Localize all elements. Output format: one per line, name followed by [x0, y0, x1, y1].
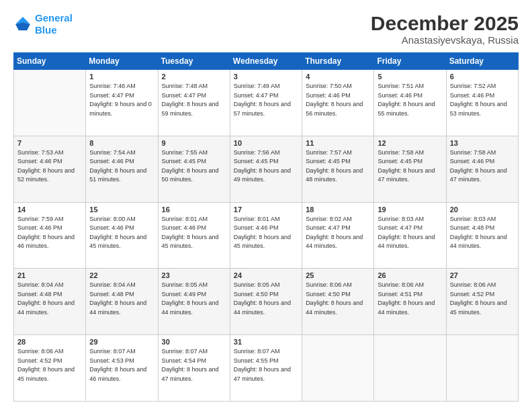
day-sunset: Sunset: 4:46 PM: [17, 224, 62, 231]
day-sunset: Sunset: 4:48 PM: [89, 291, 134, 298]
table-row: 11 Sunrise: 7:57 AM Sunset: 4:45 PM Dayl…: [302, 136, 374, 202]
table-row: 26 Sunrise: 8:06 AM Sunset: 4:51 PM Dayl…: [374, 269, 446, 335]
day-sunrise: Sunrise: 7:48 AM: [162, 83, 208, 89]
day-sunrise: Sunrise: 8:04 AM: [17, 281, 64, 288]
day-sunset: Sunset: 4:53 PM: [89, 357, 134, 364]
day-daylight: Daylight: 8 hours and 50 minutes.: [162, 167, 219, 183]
col-thursday: Thursday: [302, 53, 374, 70]
table-row: 19 Sunrise: 8:03 AM Sunset: 4:47 PM Dayl…: [374, 202, 446, 269]
day-sunset: Sunset: 4:46 PM: [450, 158, 495, 165]
day-number: 21: [17, 271, 82, 279]
day-sunset: Sunset: 4:46 PM: [162, 224, 207, 231]
logo-icon: [13, 15, 32, 34]
day-daylight: Daylight: 8 hours and 47 minutes.: [162, 366, 219, 382]
day-sunset: Sunset: 4:45 PM: [162, 158, 207, 165]
day-number: 12: [378, 139, 442, 147]
day-sunset: Sunset: 4:46 PM: [378, 92, 423, 99]
col-wednesday: Wednesday: [230, 53, 302, 70]
table-row: 30 Sunrise: 8:07 AM Sunset: 4:54 PM Dayl…: [158, 335, 230, 402]
day-number: 18: [306, 205, 370, 214]
table-row: 9 Sunrise: 7:55 AM Sunset: 4:45 PM Dayli…: [158, 136, 230, 202]
table-row: 12 Sunrise: 7:58 AM Sunset: 4:45 PM Dayl…: [374, 136, 446, 202]
day-daylight: Daylight: 8 hours and 55 minutes.: [378, 101, 435, 117]
day-sunrise: Sunrise: 7:54 AM: [89, 149, 136, 156]
col-tuesday: Tuesday: [158, 53, 230, 70]
day-sunset: Sunset: 4:46 PM: [17, 158, 62, 165]
header: General Blue December 2025 Anastasiyevsk…: [13, 12, 519, 46]
table-row: 8 Sunrise: 7:54 AM Sunset: 4:46 PM Dayli…: [86, 136, 158, 202]
table-row: 31 Sunrise: 8:07 AM Sunset: 4:55 PM Dayl…: [230, 335, 302, 402]
table-row: 4 Sunrise: 7:50 AM Sunset: 4:46 PM Dayli…: [302, 70, 374, 136]
day-sunset: Sunset: 4:50 PM: [306, 291, 351, 298]
day-number: 8: [89, 139, 154, 147]
day-number: 10: [234, 139, 298, 147]
day-number: 26: [378, 271, 442, 279]
day-sunset: Sunset: 4:46 PM: [234, 224, 279, 231]
day-daylight: Daylight: 8 hours and 44 minutes.: [162, 300, 219, 316]
day-number: 11: [306, 139, 370, 147]
day-sunrise: Sunrise: 8:03 AM: [378, 216, 424, 222]
day-number: 2: [162, 73, 226, 81]
day-daylight: Daylight: 8 hours and 45 minutes.: [234, 234, 291, 250]
day-daylight: Daylight: 8 hours and 51 minutes.: [89, 167, 146, 183]
day-number: 15: [89, 205, 154, 214]
day-daylight: Daylight: 8 hours and 47 minutes.: [378, 167, 435, 183]
table-row: 29 Sunrise: 8:07 AM Sunset: 4:53 PM Dayl…: [86, 335, 158, 402]
table-row: 5 Sunrise: 7:51 AM Sunset: 4:46 PM Dayli…: [374, 70, 446, 136]
day-sunset: Sunset: 4:45 PM: [234, 158, 279, 165]
day-number: 9: [162, 139, 226, 147]
day-sunset: Sunset: 4:49 PM: [162, 291, 207, 298]
day-number: 24: [234, 271, 298, 279]
day-sunrise: Sunrise: 7:51 AM: [378, 83, 424, 89]
table-row: 25 Sunrise: 8:06 AM Sunset: 4:50 PM Dayl…: [302, 269, 374, 335]
day-sunrise: Sunrise: 7:52 AM: [450, 83, 496, 89]
table-row: 27 Sunrise: 8:06 AM Sunset: 4:52 PM Dayl…: [446, 269, 518, 335]
day-sunrise: Sunrise: 8:00 AM: [89, 216, 136, 222]
col-saturday: Saturday: [446, 53, 518, 70]
col-sunday: Sunday: [14, 53, 86, 70]
day-sunset: Sunset: 4:48 PM: [17, 291, 62, 298]
day-daylight: Daylight: 8 hours and 44 minutes.: [378, 234, 435, 250]
day-sunrise: Sunrise: 8:06 AM: [17, 348, 64, 355]
day-number: 28: [17, 338, 82, 346]
day-number: 13: [450, 139, 515, 147]
day-number: 19: [378, 205, 442, 214]
day-sunset: Sunset: 4:47 PM: [89, 92, 134, 99]
table-row: 10 Sunrise: 7:56 AM Sunset: 4:45 PM Dayl…: [230, 136, 302, 202]
table-row: 18 Sunrise: 8:02 AM Sunset: 4:47 PM Dayl…: [302, 202, 374, 269]
day-daylight: Daylight: 8 hours and 59 minutes.: [162, 101, 219, 117]
day-daylight: Daylight: 8 hours and 44 minutes.: [89, 300, 146, 316]
table-row: 16 Sunrise: 8:01 AM Sunset: 4:46 PM Dayl…: [158, 202, 230, 269]
day-number: 4: [306, 73, 370, 81]
day-sunrise: Sunrise: 8:07 AM: [162, 348, 208, 355]
day-daylight: Daylight: 8 hours and 57 minutes.: [234, 101, 291, 117]
logo-text: General Blue: [35, 12, 73, 36]
table-row: 14 Sunrise: 7:59 AM Sunset: 4:46 PM Dayl…: [14, 202, 86, 269]
day-sunrise: Sunrise: 8:01 AM: [234, 216, 280, 222]
table-row: 24 Sunrise: 8:05 AM Sunset: 4:50 PM Dayl…: [230, 269, 302, 335]
day-number: 3: [234, 73, 298, 81]
day-sunrise: Sunrise: 7:56 AM: [234, 149, 280, 156]
day-sunrise: Sunrise: 7:46 AM: [89, 83, 136, 89]
day-sunset: Sunset: 4:46 PM: [89, 158, 134, 165]
table-row: 6 Sunrise: 7:52 AM Sunset: 4:46 PM Dayli…: [446, 70, 518, 136]
logo-line1: General: [35, 12, 73, 24]
day-sunset: Sunset: 4:51 PM: [378, 291, 423, 298]
day-number: 17: [234, 205, 298, 214]
day-sunset: Sunset: 4:52 PM: [17, 357, 62, 364]
day-number: 5: [378, 73, 442, 81]
day-sunset: Sunset: 4:45 PM: [378, 158, 423, 165]
day-sunrise: Sunrise: 8:07 AM: [234, 348, 280, 355]
day-sunrise: Sunrise: 8:06 AM: [378, 281, 424, 288]
day-sunrise: Sunrise: 8:02 AM: [306, 216, 352, 222]
day-sunrise: Sunrise: 7:58 AM: [450, 149, 496, 156]
logo: General Blue: [13, 12, 73, 36]
day-sunrise: Sunrise: 7:53 AM: [17, 149, 64, 156]
day-number: 16: [162, 205, 226, 214]
day-daylight: Daylight: 8 hours and 53 minutes.: [450, 101, 507, 117]
day-daylight: Daylight: 8 hours and 47 minutes.: [234, 366, 291, 382]
day-number: 29: [89, 338, 154, 346]
day-sunset: Sunset: 4:52 PM: [450, 291, 495, 298]
day-number: 6: [450, 73, 515, 81]
day-sunrise: Sunrise: 7:57 AM: [306, 149, 352, 156]
